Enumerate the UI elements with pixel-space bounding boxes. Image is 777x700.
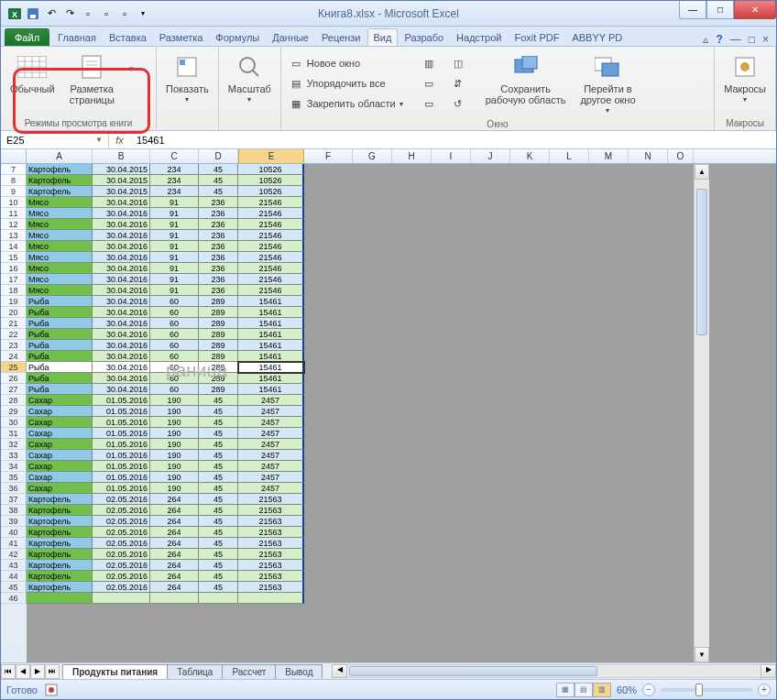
cell[interactable]: Картофель [27, 571, 93, 582]
cell[interactable]: 01.05.2016 [93, 395, 150, 406]
cell[interactable]: 45 [199, 472, 238, 483]
cell[interactable]: 45 [199, 175, 238, 186]
cell[interactable]: 02.05.2016 [93, 494, 150, 505]
row-header[interactable]: 45 [1, 582, 27, 593]
cell[interactable]: 264 [150, 538, 199, 549]
row-header[interactable]: 46 [1, 593, 27, 604]
scroll-thumb[interactable] [696, 189, 707, 335]
cell[interactable]: 236 [199, 219, 238, 230]
row-header[interactable]: 34 [1, 461, 27, 472]
row-header[interactable]: 8 [1, 175, 27, 186]
cell[interactable]: 21546 [238, 263, 304, 274]
cell[interactable]: 91 [150, 230, 199, 241]
normal-view-shortcut[interactable]: ▦ [556, 683, 575, 697]
unhide-button[interactable]: ▭ [420, 95, 438, 112]
cell[interactable]: 21563 [238, 516, 304, 527]
vertical-scrollbar[interactable]: ▲ ▼ [694, 164, 709, 662]
tab-nav-last[interactable]: ⏭ [45, 664, 60, 679]
cell[interactable]: 45 [199, 571, 238, 582]
views-more-button[interactable]: ▾ [126, 50, 137, 107]
cell[interactable]: 21563 [238, 560, 304, 571]
cell[interactable]: 21563 [238, 582, 304, 593]
undo-icon[interactable]: ↶ [43, 5, 60, 22]
cell[interactable]: 45 [199, 516, 238, 527]
col-header-N[interactable]: N [629, 149, 668, 163]
col-header-I[interactable]: I [432, 149, 471, 163]
col-header-G[interactable]: G [353, 149, 392, 163]
row-header[interactable]: 30 [1, 417, 27, 428]
cell[interactable]: 264 [150, 571, 199, 582]
cell[interactable]: 60 [150, 318, 199, 329]
show-button[interactable]: Показать ▾ [162, 50, 213, 106]
save-workspace-button[interactable]: Сохранить рабочую область [482, 50, 570, 117]
cell[interactable]: 10526 [238, 186, 304, 197]
reset-pos-button[interactable]: ↺ [449, 95, 467, 112]
cell[interactable]: 289 [199, 307, 238, 318]
cell[interactable]: Рыба [27, 340, 93, 351]
row-header[interactable]: 14 [1, 241, 27, 252]
name-box[interactable]: E25 ▼ [1, 131, 109, 148]
hide-button[interactable]: ▭ [420, 75, 438, 92]
cell[interactable]: 21563 [238, 494, 304, 505]
cell[interactable]: 30.04.2015 [93, 164, 150, 175]
cell[interactable]: 30.04.2016 [93, 197, 150, 208]
col-header-B[interactable]: B [93, 149, 150, 163]
cell[interactable]: 45 [199, 450, 238, 461]
cell[interactable]: 2457 [238, 461, 304, 472]
col-header-C[interactable]: C [150, 149, 199, 163]
cell[interactable]: Сахар [27, 483, 93, 494]
cell[interactable]: Мясо [27, 230, 93, 241]
sheet-tab[interactable]: Продукты питания [62, 664, 168, 679]
macros-button[interactable]: Макросы ▾ [720, 50, 770, 106]
cell[interactable]: 60 [150, 384, 199, 395]
maximize-button[interactable]: □ [706, 1, 734, 19]
zoom-slider-thumb[interactable] [695, 684, 703, 696]
row-header[interactable]: 43 [1, 560, 27, 571]
row-header[interactable]: 15 [1, 252, 27, 263]
row-header[interactable]: 16 [1, 263, 27, 274]
col-header-L[interactable]: L [550, 149, 589, 163]
cell[interactable]: 30.04.2016 [93, 230, 150, 241]
fx-icon[interactable]: fx [109, 135, 131, 146]
split-button[interactable]: ▥ [420, 55, 438, 71]
row-header[interactable]: 12 [1, 219, 27, 230]
cell[interactable]: Картофель [27, 186, 93, 197]
cell[interactable]: Сахар [27, 472, 93, 483]
cell[interactable]: 190 [150, 406, 199, 417]
cell[interactable]: Мясо [27, 274, 93, 285]
col-header-J[interactable]: J [471, 149, 510, 163]
cell[interactable]: 45 [199, 164, 238, 175]
cell[interactable]: 30.04.2016 [93, 340, 150, 351]
cell[interactable]: 60 [150, 351, 199, 362]
cell[interactable]: 190 [150, 483, 199, 494]
row-header[interactable]: 20 [1, 307, 27, 318]
sheet-tab[interactable]: Вывод [275, 664, 323, 679]
cell[interactable]: Сахар [27, 439, 93, 450]
cell[interactable]: 45 [199, 538, 238, 549]
row-header[interactable]: 18 [1, 285, 27, 296]
cell[interactable]: 45 [199, 582, 238, 593]
cell[interactable]: Рыба [27, 384, 93, 395]
cell[interactable]: 30.04.2016 [93, 329, 150, 340]
cell[interactable]: Картофель [27, 560, 93, 571]
row-header[interactable]: 24 [1, 351, 27, 362]
cell[interactable]: 21546 [238, 208, 304, 219]
cell[interactable]: 15461 [238, 362, 304, 373]
scroll-left-button[interactable]: ◀ [332, 664, 347, 678]
row-header[interactable]: 19 [1, 296, 27, 307]
close-button[interactable]: ✕ [734, 1, 776, 19]
cell[interactable]: 30.04.2016 [93, 384, 150, 395]
tab-вид[interactable]: Вид [367, 28, 399, 46]
cell[interactable]: 01.05.2016 [93, 483, 150, 494]
cell[interactable]: Картофель [27, 505, 93, 516]
cell[interactable]: 45 [199, 505, 238, 516]
cell[interactable]: 190 [150, 472, 199, 483]
cell[interactable]: 02.05.2016 [93, 549, 150, 560]
zoom-level[interactable]: 60% [617, 684, 637, 695]
cell[interactable]: 91 [150, 208, 199, 219]
cell[interactable]: 289 [199, 384, 238, 395]
cell[interactable] [27, 593, 93, 604]
ribbon-minimize-icon[interactable]: ▵ [703, 33, 708, 46]
mdi-close-icon[interactable]: × [762, 33, 769, 46]
cell[interactable]: 234 [150, 186, 199, 197]
